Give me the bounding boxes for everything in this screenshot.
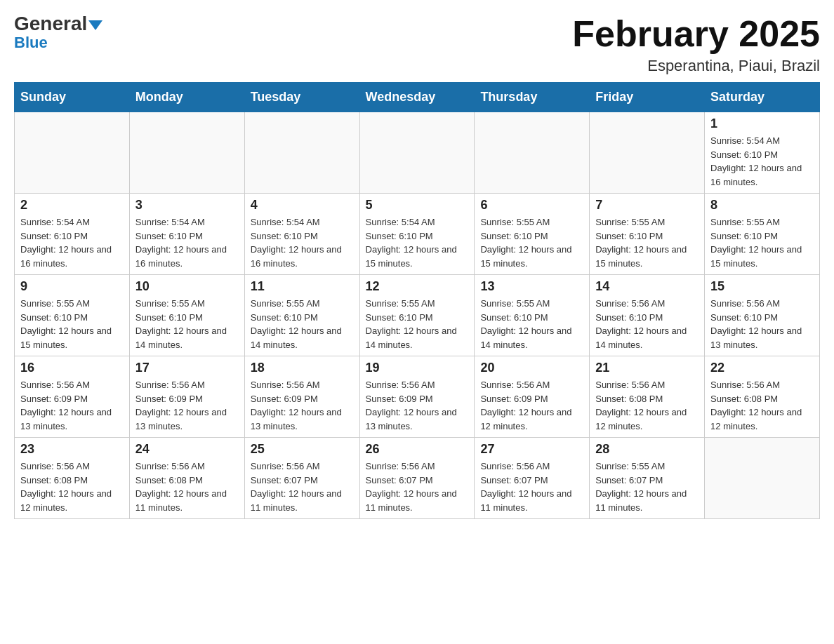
- table-row: [244, 112, 359, 194]
- day-number: 19: [366, 361, 469, 375]
- day-info: Sunrise: 5:55 AM Sunset: 6:10 PM Dayligh…: [135, 297, 239, 351]
- day-number: 20: [480, 361, 583, 375]
- day-info: Sunrise: 5:55 AM Sunset: 6:10 PM Dayligh…: [480, 215, 583, 270]
- table-row: 11Sunrise: 5:55 AM Sunset: 6:10 PM Dayli…: [244, 275, 359, 356]
- table-row: 23Sunrise: 5:56 AM Sunset: 6:08 PM Dayli…: [15, 438, 130, 519]
- day-number: 5: [366, 198, 469, 213]
- day-number: 12: [366, 279, 469, 294]
- day-info: Sunrise: 5:54 AM Sunset: 6:10 PM Dayligh…: [710, 134, 814, 189]
- day-info: Sunrise: 5:56 AM Sunset: 6:08 PM Dayligh…: [710, 378, 814, 433]
- table-row: 21Sunrise: 5:56 AM Sunset: 6:08 PM Dayli…: [590, 356, 705, 438]
- day-info: Sunrise: 5:55 AM Sunset: 6:10 PM Dayligh…: [710, 215, 814, 270]
- col-thursday: Thursday: [475, 83, 590, 112]
- day-number: 13: [480, 279, 583, 294]
- day-number: 11: [251, 279, 354, 294]
- day-info: Sunrise: 5:56 AM Sunset: 6:08 PM Dayligh…: [595, 378, 699, 433]
- day-info: Sunrise: 5:56 AM Sunset: 6:09 PM Dayligh…: [20, 378, 124, 433]
- day-number: 8: [710, 198, 814, 213]
- day-number: 2: [20, 198, 124, 213]
- day-info: Sunrise: 5:56 AM Sunset: 6:10 PM Dayligh…: [595, 297, 699, 351]
- day-info: Sunrise: 5:54 AM Sunset: 6:10 PM Dayligh…: [20, 215, 124, 270]
- day-info: Sunrise: 5:56 AM Sunset: 6:10 PM Dayligh…: [710, 297, 814, 351]
- table-row: 15Sunrise: 5:56 AM Sunset: 6:10 PM Dayli…: [705, 275, 820, 356]
- day-number: 18: [251, 361, 354, 375]
- table-row: 9Sunrise: 5:55 AM Sunset: 6:10 PM Daylig…: [15, 275, 130, 356]
- table-row: [359, 112, 475, 194]
- table-row: 5Sunrise: 5:54 AM Sunset: 6:10 PM Daylig…: [359, 194, 475, 275]
- day-info: Sunrise: 5:56 AM Sunset: 6:07 PM Dayligh…: [251, 459, 354, 514]
- table-row: 12Sunrise: 5:55 AM Sunset: 6:10 PM Dayli…: [359, 275, 475, 356]
- table-row: 19Sunrise: 5:56 AM Sunset: 6:09 PM Dayli…: [359, 356, 475, 438]
- day-number: 4: [251, 198, 354, 213]
- day-number: 28: [595, 442, 699, 457]
- day-number: 1: [710, 116, 814, 131]
- day-info: Sunrise: 5:56 AM Sunset: 6:09 PM Dayligh…: [251, 378, 354, 433]
- table-row: 26Sunrise: 5:56 AM Sunset: 6:07 PM Dayli…: [359, 438, 475, 519]
- day-number: 26: [366, 442, 469, 457]
- table-row: 16Sunrise: 5:56 AM Sunset: 6:09 PM Dayli…: [15, 356, 130, 438]
- day-info: Sunrise: 5:55 AM Sunset: 6:07 PM Dayligh…: [595, 459, 699, 514]
- table-row: [705, 438, 820, 519]
- col-wednesday: Wednesday: [359, 83, 475, 112]
- day-number: 25: [251, 442, 354, 457]
- col-monday: Monday: [129, 83, 244, 112]
- calendar-subtitle: Esperantina, Piaui, Brazil: [572, 57, 820, 75]
- day-info: Sunrise: 5:55 AM Sunset: 6:10 PM Dayligh…: [480, 297, 583, 351]
- table-row: 27Sunrise: 5:56 AM Sunset: 6:07 PM Dayli…: [475, 438, 590, 519]
- day-number: 15: [710, 279, 814, 294]
- title-block: February 2025 Esperantina, Piaui, Brazil: [572, 14, 820, 75]
- day-number: 21: [595, 361, 699, 375]
- day-number: 24: [135, 442, 239, 457]
- day-number: 22: [710, 361, 814, 375]
- table-row: 10Sunrise: 5:55 AM Sunset: 6:10 PM Dayli…: [129, 275, 244, 356]
- table-row: [15, 112, 130, 194]
- table-row: 24Sunrise: 5:56 AM Sunset: 6:08 PM Dayli…: [129, 438, 244, 519]
- col-friday: Friday: [590, 83, 705, 112]
- logo-general-text: General: [14, 14, 102, 34]
- calendar-week-row: 1Sunrise: 5:54 AM Sunset: 6:10 PM Daylig…: [15, 112, 820, 194]
- day-info: Sunrise: 5:55 AM Sunset: 6:10 PM Dayligh…: [366, 297, 469, 351]
- table-row: 28Sunrise: 5:55 AM Sunset: 6:07 PM Dayli…: [590, 438, 705, 519]
- day-info: Sunrise: 5:56 AM Sunset: 6:07 PM Dayligh…: [366, 459, 469, 514]
- day-number: 23: [20, 442, 124, 457]
- day-info: Sunrise: 5:54 AM Sunset: 6:10 PM Dayligh…: [366, 215, 469, 270]
- calendar-week-row: 2Sunrise: 5:54 AM Sunset: 6:10 PM Daylig…: [15, 194, 820, 275]
- table-row: 17Sunrise: 5:56 AM Sunset: 6:09 PM Dayli…: [129, 356, 244, 438]
- day-info: Sunrise: 5:56 AM Sunset: 6:09 PM Dayligh…: [135, 378, 239, 433]
- calendar-header-row: Sunday Monday Tuesday Wednesday Thursday…: [15, 83, 820, 112]
- page-header: General Blue February 2025 Esperantina, …: [14, 14, 820, 75]
- table-row: 8Sunrise: 5:55 AM Sunset: 6:10 PM Daylig…: [705, 194, 820, 275]
- calendar-title: February 2025: [572, 14, 820, 54]
- day-info: Sunrise: 5:54 AM Sunset: 6:10 PM Dayligh…: [251, 215, 354, 270]
- col-sunday: Sunday: [15, 83, 130, 112]
- day-number: 17: [135, 361, 239, 375]
- day-info: Sunrise: 5:56 AM Sunset: 6:09 PM Dayligh…: [480, 378, 583, 433]
- table-row: 7Sunrise: 5:55 AM Sunset: 6:10 PM Daylig…: [590, 194, 705, 275]
- day-info: Sunrise: 5:54 AM Sunset: 6:10 PM Dayligh…: [135, 215, 239, 270]
- table-row: 20Sunrise: 5:56 AM Sunset: 6:09 PM Dayli…: [475, 356, 590, 438]
- calendar-week-row: 9Sunrise: 5:55 AM Sunset: 6:10 PM Daylig…: [15, 275, 820, 356]
- col-saturday: Saturday: [705, 83, 820, 112]
- day-number: 3: [135, 198, 239, 213]
- table-row: [129, 112, 244, 194]
- calendar-table: Sunday Monday Tuesday Wednesday Thursday…: [14, 82, 820, 519]
- calendar-week-row: 23Sunrise: 5:56 AM Sunset: 6:08 PM Dayli…: [15, 438, 820, 519]
- table-row: 3Sunrise: 5:54 AM Sunset: 6:10 PM Daylig…: [129, 194, 244, 275]
- day-number: 10: [135, 279, 239, 294]
- table-row: 2Sunrise: 5:54 AM Sunset: 6:10 PM Daylig…: [15, 194, 130, 275]
- table-row: 18Sunrise: 5:56 AM Sunset: 6:09 PM Dayli…: [244, 356, 359, 438]
- day-info: Sunrise: 5:56 AM Sunset: 6:09 PM Dayligh…: [366, 378, 469, 433]
- day-info: Sunrise: 5:56 AM Sunset: 6:08 PM Dayligh…: [20, 459, 124, 514]
- col-tuesday: Tuesday: [244, 83, 359, 112]
- table-row: 22Sunrise: 5:56 AM Sunset: 6:08 PM Dayli…: [705, 356, 820, 438]
- day-info: Sunrise: 5:56 AM Sunset: 6:08 PM Dayligh…: [135, 459, 239, 514]
- day-number: 9: [20, 279, 124, 294]
- day-number: 16: [20, 361, 124, 375]
- table-row: 6Sunrise: 5:55 AM Sunset: 6:10 PM Daylig…: [475, 194, 590, 275]
- day-number: 27: [480, 442, 583, 457]
- table-row: [475, 112, 590, 194]
- table-row: [590, 112, 705, 194]
- calendar-week-row: 16Sunrise: 5:56 AM Sunset: 6:09 PM Dayli…: [15, 356, 820, 438]
- logo: General Blue: [14, 14, 102, 52]
- day-number: 6: [480, 198, 583, 213]
